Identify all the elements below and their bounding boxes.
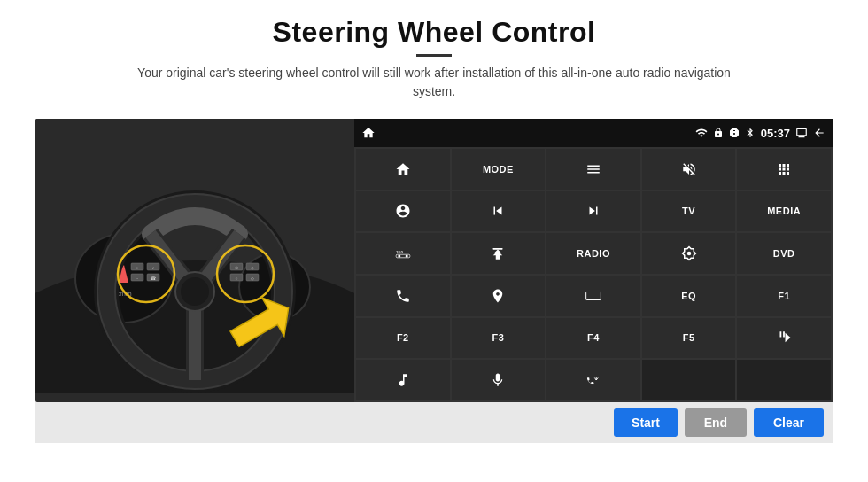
btn-apps[interactable] — [737, 149, 831, 190]
svg-text:☎: ☎ — [151, 276, 156, 281]
title-section: Steering Wheel Control Your original car… — [124, 16, 744, 113]
start-button[interactable]: Start — [614, 408, 678, 437]
status-bar: 05:37 — [354, 119, 833, 147]
status-bar-right: 05:37 — [695, 127, 825, 140]
car-image-area: km/h — [35, 119, 354, 402]
bluetooth-icon — [745, 127, 756, 139]
clear-button[interactable]: Clear — [754, 408, 824, 437]
btn-empty-2[interactable] — [737, 360, 831, 400]
btn-f4[interactable]: F4 — [546, 318, 640, 359]
btn-phone[interactable] — [356, 276, 450, 316]
btn-next[interactable] — [546, 191, 640, 232]
svg-text:360: 360 — [396, 250, 403, 254]
home-icon — [361, 126, 376, 140]
page-container: Steering Wheel Control Your original car… — [0, 0, 868, 482]
page-title: Steering Wheel Control — [124, 16, 744, 49]
outer-wrapper: km/h — [35, 119, 833, 443]
svg-point-39 — [686, 252, 691, 256]
btn-mute[interactable] — [642, 149, 736, 190]
btn-f1[interactable]: F1 — [737, 276, 831, 316]
btn-f2[interactable]: F2 — [356, 318, 450, 359]
head-unit-panel: 05:37 — [354, 119, 833, 402]
btn-f5[interactable]: F5 — [642, 318, 736, 359]
btn-radio[interactable]: RADIO — [546, 233, 640, 274]
btn-phone-call[interactable] — [546, 360, 640, 400]
btn-play-pause[interactable] — [737, 318, 831, 359]
btn-eject[interactable] — [452, 233, 546, 274]
btn-empty-1[interactable] — [642, 360, 736, 400]
svg-text:○: ○ — [235, 276, 237, 281]
btn-360-car[interactable]: 360 — [356, 233, 450, 274]
back-icon — [813, 127, 825, 139]
svg-text:◇: ◇ — [251, 265, 254, 270]
wifi-icon — [695, 127, 708, 139]
svg-text:+: + — [136, 265, 139, 270]
page-subtitle: Your original car's steering wheel contr… — [124, 64, 744, 101]
status-time: 05:37 — [761, 127, 790, 140]
svg-text:⊙: ⊙ — [235, 265, 238, 270]
sim-icon — [729, 128, 740, 138]
btn-f3[interactable]: F3 — [452, 318, 546, 359]
content-with-bottom: km/h — [35, 119, 833, 443]
btn-mode[interactable]: MODE — [452, 149, 546, 190]
btn-nav[interactable] — [452, 276, 546, 316]
btn-tv[interactable]: TV — [642, 191, 736, 232]
btn-brightness[interactable] — [642, 233, 736, 274]
btn-dvd[interactable]: DVD — [737, 233, 831, 274]
btn-list[interactable] — [546, 149, 640, 190]
end-button[interactable]: End — [685, 408, 747, 437]
btn-media[interactable]: MEDIA — [737, 191, 831, 232]
content-row: km/h — [35, 119, 833, 402]
svg-point-37 — [398, 255, 400, 258]
btn-screen-size[interactable] — [546, 276, 640, 316]
screen-icon — [795, 127, 808, 139]
bottom-bar: Start End Clear — [35, 402, 833, 443]
svg-text:◇: ◇ — [251, 276, 254, 281]
status-bar-left — [361, 126, 376, 140]
title-divider — [416, 54, 452, 57]
steering-wheel-image: km/h — [35, 119, 354, 402]
svg-marker-41 — [786, 333, 791, 343]
svg-point-15 — [181, 277, 209, 306]
btn-settings[interactable] — [356, 191, 450, 232]
btn-mic[interactable] — [452, 360, 546, 400]
svg-rect-40 — [586, 292, 601, 299]
btn-home[interactable] — [356, 149, 450, 190]
svg-point-38 — [405, 255, 407, 258]
lock-icon — [713, 128, 724, 138]
btn-eq[interactable]: EQ — [642, 276, 736, 316]
btn-prev[interactable] — [452, 191, 546, 232]
btn-music[interactable] — [356, 360, 450, 400]
button-grid: MODE — [354, 147, 833, 402]
